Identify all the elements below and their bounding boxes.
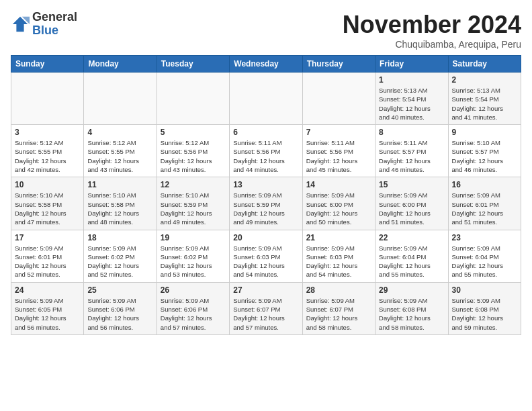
day-info: Sunrise: 5:13 AMSunset: 5:54 PMDaylight:… (452, 86, 517, 122)
calendar-cell: 27Sunrise: 5:09 AMSunset: 6:07 PMDayligh… (230, 282, 302, 334)
day-info: Sunrise: 5:09 AMSunset: 6:01 PMDaylight:… (15, 244, 80, 279)
day-info: Sunrise: 5:09 AMSunset: 6:04 PMDaylight:… (452, 244, 517, 279)
calendar-cell: 14Sunrise: 5:09 AMSunset: 6:00 PMDayligh… (302, 177, 375, 230)
calendar-cell: 19Sunrise: 5:09 AMSunset: 6:02 PMDayligh… (157, 230, 229, 282)
calendar-week-row: 24Sunrise: 5:09 AMSunset: 6:05 PMDayligh… (11, 282, 521, 334)
day-number: 1 (379, 75, 444, 85)
day-number: 24 (15, 285, 80, 295)
weekday-header: Saturday (448, 56, 521, 73)
calendar-week-row: 10Sunrise: 5:10 AMSunset: 5:58 PMDayligh… (11, 177, 521, 230)
calendar-cell: 2Sunrise: 5:13 AMSunset: 5:54 PMDaylight… (448, 73, 521, 125)
day-info: Sunrise: 5:09 AMSunset: 6:04 PMDaylight:… (379, 244, 444, 279)
day-number: 6 (233, 128, 298, 137)
calendar-cell: 26Sunrise: 5:09 AMSunset: 6:06 PMDayligh… (157, 282, 229, 334)
day-number: 20 (233, 233, 298, 242)
weekday-header: Friday (375, 56, 448, 73)
calendar-table: SundayMondayTuesdayWednesdayThursdayFrid… (11, 55, 521, 335)
day-number: 28 (306, 285, 371, 295)
location-subtitle: Chuquibamba, Arequipa, Peru (343, 39, 521, 50)
day-info: Sunrise: 5:09 AMSunset: 6:02 PMDaylight:… (161, 244, 226, 279)
day-info: Sunrise: 5:11 AMSunset: 5:56 PMDaylight:… (306, 138, 371, 174)
calendar-cell: 23Sunrise: 5:09 AMSunset: 6:04 PMDayligh… (448, 230, 521, 282)
calendar-cell: 12Sunrise: 5:10 AMSunset: 5:59 PMDayligh… (157, 177, 229, 230)
day-info: Sunrise: 5:09 AMSunset: 6:08 PMDaylight:… (452, 296, 517, 332)
day-number: 15 (379, 180, 444, 189)
calendar-cell: 6Sunrise: 5:11 AMSunset: 5:56 PMDaylight… (230, 125, 302, 177)
calendar-cell: 3Sunrise: 5:12 AMSunset: 5:55 PMDaylight… (11, 125, 84, 177)
weekday-header: Wednesday (230, 56, 302, 73)
calendar-cell: 5Sunrise: 5:12 AMSunset: 5:56 PMDaylight… (157, 125, 229, 177)
calendar-cell: 20Sunrise: 5:09 AMSunset: 6:03 PMDayligh… (230, 230, 302, 282)
calendar-cell: 7Sunrise: 5:11 AMSunset: 5:56 PMDaylight… (302, 125, 375, 177)
calendar-cell (157, 73, 229, 125)
day-info: Sunrise: 5:09 AMSunset: 6:06 PMDaylight:… (87, 296, 152, 332)
calendar-week-row: 1Sunrise: 5:13 AMSunset: 5:54 PMDaylight… (11, 73, 521, 125)
day-number: 10 (15, 180, 80, 189)
title-block: November 2024 Chuquibamba, Arequipa, Per… (343, 11, 521, 50)
day-number: 13 (233, 180, 298, 189)
weekday-header: Monday (84, 56, 157, 73)
day-number: 3 (15, 128, 80, 137)
calendar-cell: 18Sunrise: 5:09 AMSunset: 6:02 PMDayligh… (84, 230, 157, 282)
day-info: Sunrise: 5:10 AMSunset: 5:57 PMDaylight:… (452, 138, 517, 174)
day-number: 19 (161, 233, 226, 242)
calendar-cell (84, 73, 157, 125)
day-number: 4 (87, 128, 152, 137)
day-info: Sunrise: 5:09 AMSunset: 6:06 PMDaylight:… (161, 296, 226, 332)
day-info: Sunrise: 5:10 AMSunset: 5:59 PMDaylight:… (161, 191, 226, 226)
day-number: 23 (452, 233, 517, 242)
calendar-cell: 8Sunrise: 5:11 AMSunset: 5:57 PMDaylight… (375, 125, 448, 177)
calendar-header-row: SundayMondayTuesdayWednesdayThursdayFrid… (11, 56, 521, 73)
day-info: Sunrise: 5:11 AMSunset: 5:56 PMDaylight:… (233, 138, 298, 174)
calendar-cell: 17Sunrise: 5:09 AMSunset: 6:01 PMDayligh… (11, 230, 84, 282)
day-info: Sunrise: 5:09 AMSunset: 6:00 PMDaylight:… (306, 191, 371, 226)
day-info: Sunrise: 5:09 AMSunset: 6:05 PMDaylight:… (15, 296, 80, 332)
logo: General Blue (11, 11, 77, 38)
day-info: Sunrise: 5:12 AMSunset: 5:55 PMDaylight:… (87, 138, 152, 174)
calendar-cell: 1Sunrise: 5:13 AMSunset: 5:54 PMDaylight… (375, 73, 448, 125)
calendar-week-row: 17Sunrise: 5:09 AMSunset: 6:01 PMDayligh… (11, 230, 521, 282)
day-number: 30 (452, 285, 517, 295)
calendar-cell (230, 73, 302, 125)
calendar-cell (302, 73, 375, 125)
day-number: 7 (306, 128, 371, 137)
day-info: Sunrise: 5:12 AMSunset: 5:55 PMDaylight:… (15, 138, 80, 174)
weekday-header: Thursday (302, 56, 375, 73)
day-number: 5 (161, 128, 226, 137)
calendar-cell: 13Sunrise: 5:09 AMSunset: 5:59 PMDayligh… (230, 177, 302, 230)
day-info: Sunrise: 5:13 AMSunset: 5:54 PMDaylight:… (379, 86, 444, 122)
page-header: General Blue November 2024 Chuquibamba, … (11, 11, 521, 50)
day-info: Sunrise: 5:09 AMSunset: 6:03 PMDaylight:… (233, 244, 298, 279)
calendar-cell: 10Sunrise: 5:10 AMSunset: 5:58 PMDayligh… (11, 177, 84, 230)
day-number: 26 (161, 285, 226, 295)
calendar-cell: 28Sunrise: 5:09 AMSunset: 6:07 PMDayligh… (302, 282, 375, 334)
calendar-cell: 29Sunrise: 5:09 AMSunset: 6:08 PMDayligh… (375, 282, 448, 334)
day-number: 2 (452, 75, 517, 85)
day-number: 21 (306, 233, 371, 242)
day-number: 18 (87, 233, 152, 242)
day-number: 8 (379, 128, 444, 137)
calendar-cell: 21Sunrise: 5:09 AMSunset: 6:03 PMDayligh… (302, 230, 375, 282)
day-info: Sunrise: 5:10 AMSunset: 5:58 PMDaylight:… (15, 191, 80, 226)
day-number: 22 (379, 233, 444, 242)
day-number: 27 (233, 285, 298, 295)
day-number: 9 (452, 128, 517, 137)
weekday-header: Sunday (11, 56, 84, 73)
day-number: 11 (87, 180, 152, 189)
calendar-cell (11, 73, 84, 125)
day-info: Sunrise: 5:11 AMSunset: 5:57 PMDaylight:… (379, 138, 444, 174)
day-info: Sunrise: 5:09 AMSunset: 6:00 PMDaylight:… (379, 191, 444, 226)
month-year-title: November 2024 (343, 11, 521, 39)
day-info: Sunrise: 5:09 AMSunset: 6:03 PMDaylight:… (306, 244, 371, 279)
calendar-cell: 30Sunrise: 5:09 AMSunset: 6:08 PMDayligh… (448, 282, 521, 334)
calendar-cell: 4Sunrise: 5:12 AMSunset: 5:55 PMDaylight… (84, 125, 157, 177)
day-number: 25 (87, 285, 152, 295)
day-number: 16 (452, 180, 517, 189)
day-info: Sunrise: 5:09 AMSunset: 6:01 PMDaylight:… (452, 191, 517, 226)
day-info: Sunrise: 5:09 AMSunset: 6:07 PMDaylight:… (233, 296, 298, 332)
day-info: Sunrise: 5:09 AMSunset: 6:02 PMDaylight:… (87, 244, 152, 279)
day-info: Sunrise: 5:10 AMSunset: 5:58 PMDaylight:… (87, 191, 152, 226)
day-number: 17 (15, 233, 80, 242)
calendar-cell: 16Sunrise: 5:09 AMSunset: 6:01 PMDayligh… (448, 177, 521, 230)
day-info: Sunrise: 5:09 AMSunset: 6:08 PMDaylight:… (379, 296, 444, 332)
